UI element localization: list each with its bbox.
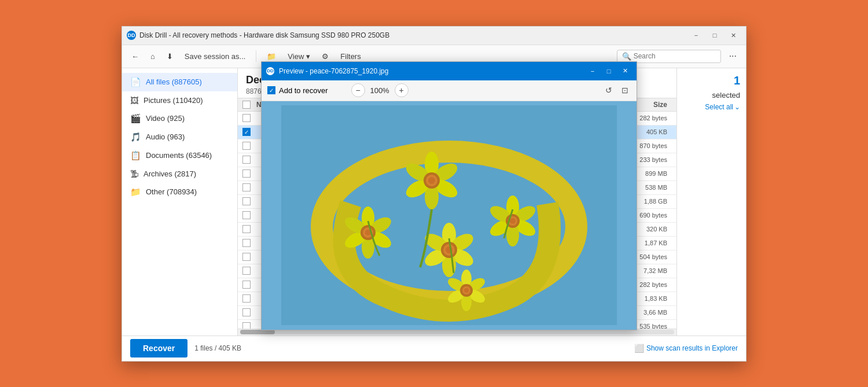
row-check-cell	[242, 267, 256, 275]
svg-point-37	[510, 218, 516, 224]
row-checkbox[interactable]	[242, 308, 251, 316]
search-icon: 🔍	[622, 52, 631, 61]
audio-icon: 🎵	[130, 132, 141, 142]
view-chevron-icon: ▾	[306, 52, 310, 61]
row-checkbox[interactable]	[242, 197, 251, 205]
row-checkbox[interactable]	[242, 169, 251, 178]
zoom-in-button[interactable]: +	[395, 83, 409, 97]
window-title: Disk Drill - All recovery methods - Hard…	[139, 31, 688, 39]
folder-icon: 📁	[267, 52, 276, 61]
zoom-out-button[interactable]: −	[351, 83, 365, 97]
more-icon: ···	[729, 51, 737, 61]
row-checkbox[interactable]	[242, 183, 251, 191]
preview-app-icon: DD	[266, 67, 274, 75]
sidebar-item-pictures[interactable]: 🖼 Pictures (110420)	[122, 91, 237, 109]
app-window: DD Disk Drill - All recovery methods - H…	[122, 26, 746, 362]
row-checkbox[interactable]	[242, 225, 251, 233]
row-checkbox[interactable]	[242, 239, 251, 247]
row-check-cell	[242, 197, 256, 205]
select-all-button[interactable]: Select all ⌄	[705, 103, 740, 111]
maximize-button[interactable]: □	[707, 30, 723, 41]
rotate-button[interactable]: ↺	[603, 84, 615, 96]
row-check-cell	[242, 114, 256, 122]
save-session-label: Save session as...	[185, 52, 246, 61]
toolbar-separator	[256, 50, 256, 62]
recover-label: Recover	[143, 344, 175, 353]
app-icon: DD	[127, 31, 136, 40]
row-checkbox[interactable]	[242, 142, 251, 150]
select-all-checkbox[interactable]	[242, 101, 251, 109]
preview-close-button[interactable]: ✕	[618, 65, 632, 77]
rotate-icon: ↺	[605, 86, 612, 95]
sidebar-item-label-documents: Documents (63546)	[146, 151, 212, 160]
selected-number: 1	[734, 74, 740, 87]
daffodil-svg	[281, 105, 617, 325]
row-check-cell	[242, 322, 256, 329]
add-to-recover-text: Add to recover	[279, 86, 328, 95]
minimize-button[interactable]: −	[688, 30, 704, 41]
row-checkbox[interactable]	[242, 322, 251, 329]
row-checkbox[interactable]	[242, 253, 251, 261]
row-check-cell: ✓	[242, 128, 256, 136]
zoom-out-icon: −	[355, 86, 360, 95]
row-checkbox[interactable]	[242, 294, 251, 303]
filters-label: Filters	[340, 52, 361, 61]
expand-button[interactable]: ⊡	[619, 84, 631, 96]
row-check-cell	[242, 281, 256, 289]
sidebar-item-label-all-files: All files (887605)	[146, 78, 202, 86]
search-input[interactable]	[634, 52, 716, 60]
daffodil-image	[262, 101, 637, 330]
close-button[interactable]: ✕	[725, 30, 741, 41]
show-results-link[interactable]: ⬜ Show scan results in Explorer	[634, 344, 738, 353]
show-results-icon: ⬜	[634, 344, 644, 353]
preview-minimize-button[interactable]: −	[586, 65, 599, 77]
preview-window: DD Preview - peace-7062875_1920.jpg − □ …	[261, 61, 637, 330]
filters-icon: ⚙	[322, 52, 329, 61]
row-checkbox[interactable]	[242, 211, 251, 219]
row-check-cell	[242, 211, 256, 219]
sidebar-item-documents[interactable]: 📋 Documents (63546)	[122, 146, 237, 165]
bottom-bar: Recover 1 files / 405 KB ⬜ Show scan res…	[122, 336, 746, 361]
sidebar: 📄 All files (887605) 🖼 Pictures (110420)…	[122, 68, 238, 336]
header-check	[242, 101, 256, 109]
row-checkbox[interactable]	[242, 267, 251, 275]
preview-window-controls: − □ ✕	[586, 65, 632, 77]
selected-text: selected	[712, 91, 740, 99]
sidebar-item-label-pictures: Pictures (110420)	[144, 96, 203, 105]
preview-toolbar: ✓ Add to recover − 100% + ↺ ⊡	[262, 80, 637, 101]
save-session-button[interactable]: Save session as...	[181, 50, 249, 63]
preview-maximize-button[interactable]: □	[602, 65, 616, 77]
h-scroll-thumb[interactable]	[240, 330, 275, 334]
add-to-recover-checkbox[interactable]: ✓	[267, 86, 275, 94]
svg-point-10	[428, 177, 435, 184]
add-to-recover-label[interactable]: ✓ Add to recover	[267, 86, 328, 95]
zoom-controls: − 100% +	[351, 83, 409, 97]
preview-image-area	[262, 101, 637, 330]
sidebar-item-all-files[interactable]: 📄 All files (887605)	[122, 73, 237, 91]
back-button[interactable]: ←	[128, 50, 142, 63]
preview-extra-buttons: ↺ ⊡	[603, 84, 631, 96]
sidebar-item-video[interactable]: 🎬 Video (925)	[122, 109, 237, 128]
sidebar-item-label-audio: Audio (963)	[146, 132, 185, 141]
row-checkbox[interactable]	[242, 156, 251, 164]
more-button[interactable]: ···	[726, 49, 740, 64]
other-icon: 📁	[130, 187, 141, 197]
sidebar-item-audio[interactable]: 🎵 Audio (963)	[122, 128, 237, 146]
home-button[interactable]: ⌂	[147, 50, 159, 63]
sidebar-item-archives[interactable]: 🗜 Archives (2817)	[122, 165, 237, 183]
sidebar-item-label-archives: Archives (2817)	[144, 169, 196, 178]
recover-button[interactable]: Recover	[130, 339, 187, 357]
row-checkbox[interactable]	[242, 281, 251, 289]
sidebar-item-label-other: Other (708934)	[146, 187, 197, 196]
row-check-cell	[242, 142, 256, 150]
zoom-in-icon: +	[399, 86, 403, 95]
view-label: View	[288, 52, 304, 61]
video-icon: 🎬	[130, 113, 141, 124]
documents-icon: 📋	[130, 150, 141, 161]
files-info: 1 files / 405 KB	[194, 344, 241, 352]
sidebar-item-other[interactable]: 📁 Other (708934)	[122, 183, 237, 201]
selected-panel: 1 selected Select all ⌄	[676, 68, 746, 336]
row-checkbox[interactable]: ✓	[242, 128, 251, 136]
download-icon-button[interactable]: ⬇	[163, 50, 176, 63]
row-checkbox[interactable]	[242, 114, 251, 122]
